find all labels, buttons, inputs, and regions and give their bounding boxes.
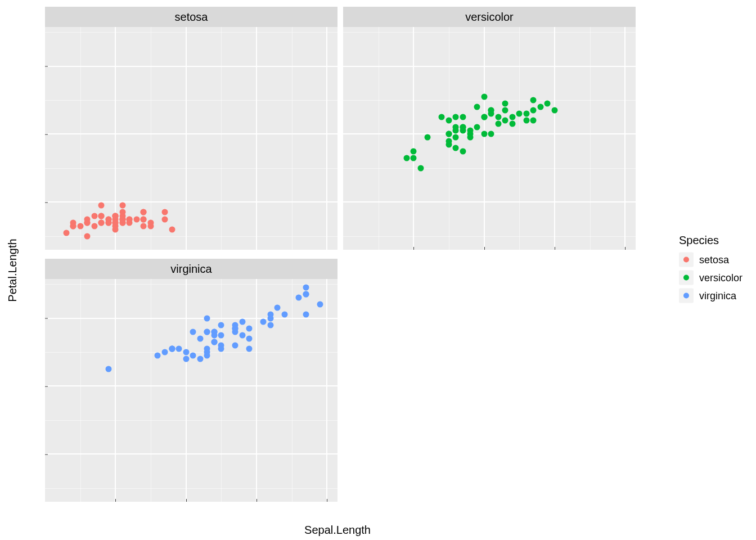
data-point	[119, 202, 125, 209]
data-point	[91, 223, 97, 229]
data-point	[141, 223, 147, 229]
data-point	[530, 107, 537, 114]
data-point	[530, 118, 537, 124]
data-point	[267, 322, 273, 328]
data-point	[239, 318, 245, 325]
data-point	[218, 322, 224, 328]
data-point	[70, 223, 76, 229]
facet-virginica: virginica2465678	[45, 259, 338, 502]
facet-versicolor: versicolor5678	[343, 7, 636, 250]
data-point	[105, 219, 111, 226]
data-point	[98, 213, 105, 219]
data-point	[98, 219, 105, 226]
data-point	[246, 325, 253, 331]
facet-strip: versicolor	[343, 7, 636, 27]
data-point	[509, 114, 515, 120]
data-point	[183, 356, 189, 362]
data-point	[488, 111, 494, 117]
data-point	[411, 148, 417, 154]
legend-label: versicolor	[699, 272, 742, 284]
data-point	[502, 107, 508, 114]
data-point	[495, 121, 501, 127]
data-point	[551, 107, 557, 114]
data-point	[246, 345, 253, 352]
data-point	[98, 202, 105, 209]
data-point	[232, 342, 238, 348]
plot-area: 5678	[343, 27, 636, 250]
data-point	[133, 216, 140, 222]
data-point	[460, 128, 466, 134]
plot-area: 246	[45, 27, 338, 250]
data-point	[495, 114, 501, 120]
data-point	[105, 366, 111, 372]
data-point	[260, 318, 267, 325]
data-point	[155, 353, 161, 359]
data-point	[460, 148, 466, 154]
data-point	[446, 141, 452, 147]
data-point	[63, 230, 69, 236]
data-point	[417, 165, 424, 171]
data-point	[197, 335, 203, 341]
data-point	[204, 328, 210, 335]
data-point	[425, 134, 431, 141]
data-point	[84, 233, 91, 239]
data-point	[84, 219, 91, 226]
data-point	[446, 131, 452, 137]
data-point	[537, 104, 543, 110]
data-point	[162, 349, 168, 355]
data-point	[481, 114, 487, 120]
data-point	[453, 134, 459, 141]
data-point	[502, 118, 508, 124]
data-point	[453, 114, 459, 120]
data-point	[218, 342, 224, 348]
legend-item-setosa: setosa	[679, 253, 742, 267]
data-point	[162, 209, 168, 215]
data-point	[119, 213, 125, 219]
data-point	[141, 209, 147, 215]
data-point	[403, 155, 410, 161]
data-point	[481, 93, 487, 100]
data-point	[190, 353, 196, 359]
data-point	[204, 349, 210, 355]
legend-label: virginica	[699, 290, 736, 302]
data-point	[183, 349, 189, 355]
legend-item-versicolor: versicolor	[679, 271, 742, 285]
data-point	[303, 291, 309, 298]
data-point	[453, 145, 459, 151]
data-point	[246, 335, 253, 341]
data-point	[112, 219, 119, 226]
data-point	[509, 121, 515, 127]
facet-setosa: setosa246	[45, 7, 338, 250]
data-point	[197, 356, 203, 362]
data-point	[530, 97, 537, 103]
legend-swatch-virginica	[679, 289, 694, 303]
data-point	[112, 213, 119, 219]
legend: Species setosaversicolorvirginica	[679, 234, 742, 307]
data-point	[77, 223, 83, 229]
data-point	[274, 305, 281, 311]
dot-icon	[683, 293, 689, 299]
dot-icon	[683, 257, 689, 263]
legend-label: setosa	[699, 254, 729, 266]
data-point	[481, 131, 487, 137]
data-point	[303, 312, 309, 318]
data-point	[474, 124, 480, 130]
data-point	[169, 226, 175, 232]
facet-strip: setosa	[45, 7, 338, 27]
legend-title: Species	[679, 234, 742, 247]
data-point	[239, 332, 245, 338]
data-point	[162, 216, 168, 222]
legend-swatch-versicolor	[679, 271, 694, 285]
data-point	[282, 312, 288, 318]
x-axis-label: Sepal.Length	[45, 524, 630, 537]
data-point	[474, 104, 480, 110]
data-point	[488, 131, 494, 137]
data-point	[446, 118, 452, 124]
dot-icon	[683, 275, 689, 281]
data-point	[141, 216, 147, 222]
y-axis-label: Petal.Length	[4, 0, 20, 540]
data-point	[218, 332, 224, 338]
data-point	[502, 101, 508, 107]
data-point	[169, 345, 175, 352]
data-point	[303, 285, 309, 291]
